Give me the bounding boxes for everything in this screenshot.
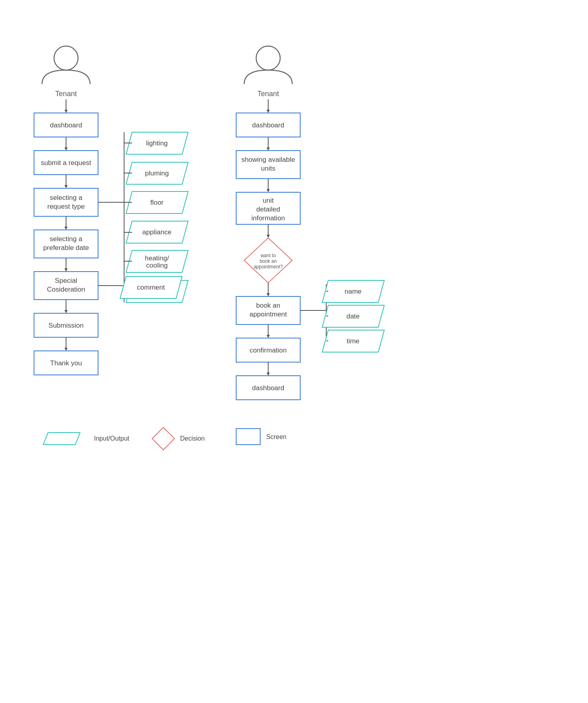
svg-marker-34 [267, 293, 270, 296]
svg-marker-18 [64, 268, 68, 272]
name-io [322, 280, 384, 302]
right-decision-line2: book an [260, 258, 277, 264]
right-book-line2: appointment [249, 310, 287, 318]
legend-decision-shape [152, 427, 175, 450]
right-decision-line3: appointment? [254, 264, 283, 270]
left-select-type-box [34, 188, 98, 216]
left-submission-box [34, 313, 98, 337]
lighting-label: lighting [146, 139, 168, 147]
left-special-line1: Special [55, 277, 77, 284]
legend-decision-label: Decision [180, 435, 205, 442]
svg-marker-28 [267, 147, 270, 151]
right-decision-diamond [244, 238, 292, 283]
left-special-line2: Cosideration [47, 286, 85, 293]
right-available-box [236, 151, 300, 179]
floor-io [126, 191, 188, 214]
left-select-date-box [34, 230, 98, 258]
right-dashboard2-label: dashboard [252, 384, 284, 392]
right-dashboard1-label: dashboard [252, 121, 284, 129]
time-io [322, 330, 384, 352]
left-dashboard-box [34, 113, 98, 137]
svg-marker-43 [267, 373, 270, 376]
left-thankyou-box [34, 351, 98, 375]
others-io [126, 280, 188, 302]
left-thankyou-label: Thank you [50, 359, 82, 367]
right-detail-line2: detailed [256, 205, 280, 213]
right-available-line1: showing available [241, 156, 295, 163]
svg-marker-26 [267, 110, 270, 113]
comment-io [120, 276, 182, 298]
legend-io-label: Input/Output [94, 435, 130, 442]
svg-marker-32 [267, 235, 270, 238]
others-label: others [147, 288, 166, 295]
right-dashboard1-box [236, 113, 300, 137]
svg-marker-30 [267, 189, 270, 192]
svg-point-0 [54, 46, 78, 70]
right-detail-box [236, 192, 300, 224]
heating-line2: cooling [146, 262, 168, 269]
name-label: name [345, 288, 362, 295]
right-detail-line3: information [251, 214, 285, 222]
right-available-line2: units [261, 165, 275, 172]
legend-screen-label: Screen [266, 433, 287, 440]
comment-label: comment [137, 284, 165, 291]
floor-label: floor [150, 199, 163, 206]
svg-marker-41 [267, 335, 270, 338]
left-actor-label: Tenant [55, 90, 77, 98]
right-detail-line1: unit [263, 197, 274, 204]
right-decision-line1: want to [260, 253, 276, 258]
legend-io-shape [43, 433, 80, 445]
right-dashboard2-box [236, 376, 300, 400]
date-io [322, 305, 384, 327]
legend-screen-shape [236, 429, 260, 445]
appliance-io [126, 221, 188, 243]
left-submission-label: Submission [48, 322, 84, 329]
left-submit-label: submit a request [41, 159, 91, 167]
left-dashboard-label: dashboard [50, 121, 82, 129]
right-actor-label: Tenant [257, 90, 279, 98]
left-select-date-line2: preferable date [43, 244, 89, 252]
svg-marker-23 [64, 348, 68, 351]
left-select-type-line1: selecting a [50, 194, 82, 201]
svg-marker-6 [64, 185, 68, 188]
date-label: date [346, 312, 359, 320]
heating-cooling-io [126, 250, 188, 272]
pluming-label: pluming [145, 169, 169, 177]
left-select-date-line1: selecting a [50, 235, 82, 243]
svg-marker-2 [64, 110, 68, 113]
pluming-io [126, 162, 188, 184]
appliance-label: appliance [142, 228, 172, 236]
heating-line1: heating/ [145, 254, 169, 262]
svg-marker-21 [64, 310, 68, 313]
left-select-type-line2: request type [47, 203, 85, 210]
svg-marker-4 [64, 147, 68, 151]
left-special-box [34, 272, 98, 300]
svg-marker-16 [64, 227, 68, 230]
left-submit-box [34, 151, 98, 175]
lighting-io [126, 132, 188, 154]
right-confirm-box [236, 338, 300, 362]
right-confirm-label: confirmation [250, 346, 287, 354]
time-label: time [347, 337, 359, 345]
right-book-box [236, 296, 300, 324]
right-book-line1: book an [256, 302, 281, 309]
svg-point-24 [256, 46, 280, 70]
